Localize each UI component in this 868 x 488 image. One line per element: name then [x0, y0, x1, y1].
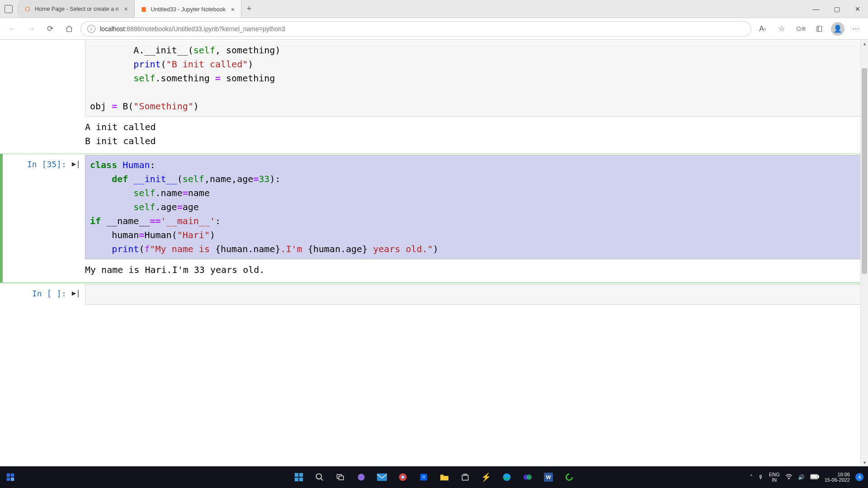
window-controls: — ▢ ✕ [806, 0, 868, 18]
svg-rect-21 [462, 475, 468, 480]
close-window-button[interactable]: ✕ [847, 0, 868, 18]
jupyter-home-icon [24, 5, 31, 13]
browser-titlebar: Home Page - Select or create a n × Untit… [0, 0, 868, 18]
svg-rect-5 [7, 478, 10, 481]
svg-point-14 [358, 474, 365, 481]
forward-button[interactable]: → [24, 21, 39, 37]
search-icon[interactable] [313, 471, 326, 483]
scroll-track[interactable] [861, 47, 868, 459]
close-tab-icon[interactable]: × [123, 5, 130, 13]
tray-mic-icon[interactable]: 🎙 [758, 474, 764, 480]
battery-icon[interactable] [810, 474, 819, 481]
cell-prompt [3, 41, 85, 153]
tab-strip: Home Page - Select or create a n × Untit… [0, 0, 257, 18]
home-button[interactable] [61, 21, 77, 37]
svg-point-28 [788, 478, 789, 479]
page-content: A.__init__(self, something) print("B ini… [0, 40, 868, 466]
svg-rect-13 [339, 476, 344, 480]
svg-text:W: W [546, 474, 551, 480]
back-button[interactable]: ← [5, 21, 20, 37]
favorite-icon[interactable]: ☆ [774, 21, 789, 37]
scroll-thumb[interactable] [862, 68, 867, 274]
svg-rect-7 [295, 473, 298, 477]
tab-home-page[interactable]: Home Page - Select or create a n × [19, 0, 135, 18]
store-icon[interactable] [459, 471, 472, 483]
svg-rect-15 [377, 474, 387, 481]
widgets-icon[interactable] [4, 470, 17, 484]
bolt-icon[interactable]: ⚡ [480, 471, 492, 483]
refresh-button[interactable]: ⟳ [42, 21, 58, 37]
prompt-label: In [35]: [27, 160, 66, 169]
windows-taskbar: ⌗ ⚡ W ˄ 🎙 ENG IN 🔊 [0, 466, 868, 488]
run-cell-icon[interactable]: ▶| [72, 160, 80, 168]
site-info-icon[interactable]: i [87, 25, 95, 33]
notifications-badge[interactable]: 4 [855, 473, 863, 481]
svg-rect-9 [295, 478, 298, 481]
dropbox-icon[interactable]: ⌗ [417, 471, 430, 483]
vertical-scrollbar[interactable]: ▴ ▾ [860, 40, 868, 466]
edge-icon[interactable] [500, 471, 513, 483]
svg-rect-31 [811, 475, 817, 478]
cell-output: My name is Hari.I'm 33 years old. [85, 259, 864, 282]
code-cell-35[interactable]: In [35]: ▶| class Human: def __init__(se… [0, 154, 868, 283]
svg-text:⌗: ⌗ [422, 474, 425, 479]
mail-icon[interactable] [376, 471, 388, 483]
cell-prompt: In [35]: ▶| [3, 155, 85, 282]
chrome-icon[interactable] [396, 471, 409, 483]
url-text: localhost:8888/notebooks/Untitled33.ipyn… [100, 25, 285, 33]
read-aloud-icon[interactable]: A» [755, 21, 770, 37]
svg-rect-2 [817, 26, 822, 32]
svg-rect-3 [7, 474, 10, 477]
browser-toolbar: ← → ⟳ i localhost:8888/notebooks/Untitle… [0, 18, 868, 40]
scroll-down-icon[interactable]: ▾ [861, 459, 868, 466]
tray-chevron-icon[interactable]: ˄ [750, 474, 753, 480]
scroll-up-icon[interactable]: ▴ [861, 40, 868, 47]
file-explorer-icon[interactable] [438, 471, 451, 483]
tab-title: Home Page - Select or create a n [35, 6, 119, 12]
address-bar[interactable]: i localhost:8888/notebooks/Untitled33.ip… [80, 21, 751, 37]
task-view-icon[interactable] [334, 471, 347, 483]
close-tab-icon[interactable]: × [229, 6, 236, 13]
code-input-area[interactable]: A.__init__(self, something) print("B ini… [85, 41, 864, 117]
svg-rect-8 [299, 473, 303, 477]
run-cell-icon[interactable]: ▶| [72, 289, 80, 297]
profile-avatar[interactable]: 👤 [831, 22, 844, 36]
svg-point-18 [402, 476, 404, 479]
new-tab-button[interactable]: + [241, 0, 257, 18]
tab-actions-icon[interactable] [5, 5, 13, 13]
notebook-container[interactable]: A.__init__(self, something) print("B ini… [0, 40, 868, 466]
svg-point-0 [25, 7, 29, 11]
code-cell-empty[interactable]: In [ ]: ▶| [0, 283, 868, 305]
svg-rect-6 [11, 478, 14, 481]
volume-icon[interactable]: 🔊 [798, 474, 805, 480]
svg-point-27 [566, 474, 572, 480]
start-icon[interactable] [292, 471, 305, 483]
taskbar-tray: ˄ 🎙 ENG IN 🔊 18:06 15-06-2022 4 [750, 472, 868, 483]
collections-icon[interactable] [812, 21, 827, 37]
svg-rect-30 [818, 475, 819, 478]
code-cell-partial[interactable]: A.__init__(self, something) print("B ini… [0, 40, 868, 154]
more-menu-icon[interactable]: ⋯ [848, 21, 863, 37]
code-input-area[interactable]: class Human: def __init__(self,name,age=… [85, 155, 864, 259]
wifi-icon[interactable] [785, 474, 793, 481]
svg-rect-1 [142, 7, 146, 12]
chat-icon[interactable] [355, 471, 368, 483]
word-icon[interactable]: W [542, 471, 555, 483]
favorites-bar-icon[interactable]: ✩≡ [793, 21, 808, 37]
svg-rect-10 [299, 478, 303, 481]
tab-untitled33[interactable]: Untitled33 - Jupyter Notebook × [135, 0, 241, 18]
spinner-icon[interactable] [563, 471, 576, 483]
cell-prompt: In [ ]: ▶| [3, 284, 85, 305]
code-input-area[interactable] [85, 284, 864, 305]
svg-point-24 [527, 474, 532, 480]
webex-icon[interactable] [521, 471, 534, 483]
taskbar-center: ⌗ ⚡ W [292, 471, 576, 483]
maximize-button[interactable]: ▢ [826, 0, 847, 18]
tab-title: Untitled33 - Jupyter Notebook [151, 6, 226, 13]
cell-output: A init called B init called [85, 117, 864, 153]
svg-rect-4 [11, 474, 14, 477]
jupyter-notebook-icon [140, 6, 147, 13]
clock[interactable]: 18:06 15-06-2022 [825, 472, 850, 483]
minimize-button[interactable]: — [806, 0, 826, 18]
language-indicator[interactable]: ENG IN [769, 472, 780, 483]
